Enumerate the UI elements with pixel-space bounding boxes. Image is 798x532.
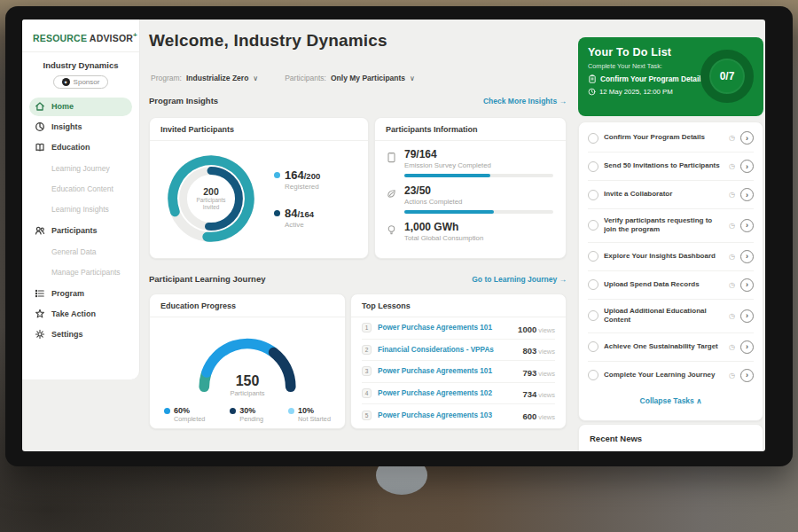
sidebar-item-insights[interactable]: Insights (29, 118, 132, 137)
progress-track (404, 210, 553, 214)
logo-advisor: ADVISOR (90, 33, 133, 43)
task-row-complete-learning-journey: Complete Your Learning Journey ◷ › (588, 362, 754, 389)
chevron-down-icon: ∨ (253, 74, 258, 82)
arrow-right-icon: → (559, 275, 567, 284)
sidebar-item-program[interactable]: Program (29, 285, 132, 303)
task-chevron-button[interactable]: › (740, 309, 754, 323)
app-logo: RESOURCE ADVISOR+ (22, 20, 139, 52)
sidebar-item-label: Take Action (51, 309, 96, 318)
task-checkbox[interactable] (588, 190, 598, 200)
clock-icon: ◷ (729, 372, 735, 379)
task-checkbox[interactable] (588, 279, 598, 290)
stat-row-actions: 23/50 Actions Completed (375, 177, 566, 214)
page-title: Welcome, Industry Dynamics (149, 31, 387, 51)
stat-row-emission-survey: 79/164 Emission Survey Completed (375, 141, 566, 177)
todo-list-card: Confirm Your Program Details ◷ › Send 50… (578, 121, 763, 421)
task-chevron-button[interactable]: › (740, 219, 754, 232)
top-lessons-card: Top Lessons 1 Power Purchase Agreements … (350, 293, 567, 429)
task-checkbox[interactable] (588, 161, 598, 172)
task-chevron-button[interactable]: › (740, 160, 754, 173)
lesson-rank: 5 (362, 411, 372, 420)
lesson-rank: 2 (362, 345, 372, 355)
filter-label: Program: (151, 74, 182, 82)
sidebar-item-general-data[interactable]: General Data (22, 242, 139, 262)
legend-item-active: 84/164 Active (274, 207, 320, 229)
home-icon (35, 101, 45, 112)
clock-icon: ◷ (729, 162, 735, 170)
card-title: Top Lessons (351, 294, 566, 317)
logo-plus: + (133, 31, 137, 39)
lesson-link[interactable]: Power Purchase Agreements 101 (378, 324, 512, 332)
participants-information-card: Participants Information 79/164 Emission… (374, 117, 567, 259)
sidebar-item-education-content[interactable]: Education Content (22, 179, 139, 200)
task-chevron-button[interactable]: › (740, 188, 754, 201)
task-chevron-button[interactable]: › (740, 369, 754, 382)
program-filter[interactable]: Program: Industrialize Zero ∨ (151, 74, 258, 82)
lesson-row: 2 Financial Considerations - VPPAs 803vi… (362, 340, 555, 362)
clock-icon: ◷ (729, 253, 735, 261)
insights-icon (35, 121, 45, 132)
task-checkbox[interactable] (588, 220, 598, 231)
sidebar-item-learning-journey[interactable]: Learning Journey (22, 159, 139, 179)
sidebar-item-manage-participants[interactable]: Manage Participants (22, 262, 139, 283)
lesson-link[interactable]: Power Purchase Agreements 103 (378, 411, 516, 419)
task-row-upload-educational-content: Upload Additional Educational Content ◷ … (588, 300, 754, 333)
sidebar-item-learning-insights[interactable]: Learning Insights (22, 200, 139, 220)
task-chevron-button[interactable]: › (740, 278, 754, 292)
go-to-learning-journey-link[interactable]: Go to Learning Journey → (472, 275, 567, 284)
sponsor-badge: ✦ Sponsor (53, 75, 109, 89)
task-chevron-button[interactable]: › (740, 250, 754, 263)
sidebar-item-label: Home (51, 102, 74, 111)
task-row-explore-insights: Explore Your Insights Dashboard ◷ › (588, 243, 754, 271)
gauge-center: 150 Participants (181, 373, 314, 397)
collapse-tasks-link[interactable]: Collapse Tasks ∧ (588, 389, 754, 409)
lesson-link[interactable]: Power Purchase Agreements 102 (378, 389, 516, 397)
section-title: Participant Learning Journey (149, 274, 265, 284)
lesson-link[interactable]: Financial Considerations - VPPAs (378, 346, 516, 354)
donut-legend: 164/200 Registered 84/164 Active (274, 168, 320, 229)
legend-item-registered: 164/200 Registered (274, 168, 320, 191)
survey-icon (386, 152, 397, 163)
lesson-link[interactable]: Power Purchase Agreements 101 (378, 367, 516, 375)
task-checkbox[interactable] (588, 370, 598, 380)
sidebar-item-settings[interactable]: Settings (29, 325, 132, 344)
legend-item-pending: 30%Pending (230, 406, 263, 423)
task-checkbox[interactable] (588, 251, 598, 262)
donut-center: 200 ParticipantsInvited (159, 146, 263, 251)
chevron-up-icon: ∧ (696, 396, 701, 405)
lesson-row: 1 Power Purchase Agreements 101 1000view… (362, 317, 555, 340)
clock-icon: ◷ (729, 312, 735, 320)
sidebar-item-label: Insights (51, 122, 82, 131)
task-checkbox[interactable] (588, 133, 598, 144)
task-checkbox[interactable] (588, 341, 598, 352)
logo-resource: RESOURCE (33, 33, 87, 43)
lesson-views: 1000 (518, 325, 536, 334)
recent-news-card: Recent News (578, 424, 763, 451)
participants-icon (35, 225, 45, 236)
progress-fill (404, 210, 494, 214)
consumption-icon (386, 224, 397, 236)
legend-dot (288, 408, 294, 414)
sidebar-item-label: Learning Journey (51, 164, 110, 173)
lesson-views: 734 (522, 389, 536, 399)
lesson-row: 3 Power Purchase Agreements 101 793views (362, 361, 555, 383)
lesson-rank: 4 (362, 388, 372, 398)
lesson-views: 600 (522, 411, 536, 421)
task-chevron-button[interactable]: › (740, 131, 754, 145)
sidebar-item-participants[interactable]: Participants (29, 222, 132, 240)
task-row-invite-collaborator: Invite a Collaborator ◷ › (588, 181, 754, 209)
task-row-upload-spend-data: Upload Spend Data Records ◷ › (588, 271, 754, 300)
sidebar-item-education[interactable]: Education (29, 138, 132, 157)
program-icon (35, 288, 45, 299)
task-checkbox[interactable] (588, 310, 598, 321)
sidebar-item-home[interactable]: Home (29, 98, 132, 116)
legend-dot (230, 408, 236, 414)
task-chevron-button[interactable]: › (740, 340, 754, 354)
participants-filter[interactable]: Participants: Only My Participants ∨ (285, 74, 415, 82)
recent-news-title: Recent News (579, 425, 763, 451)
check-more-insights-link[interactable]: Check More Insights → (483, 97, 567, 106)
sidebar-item-take-action[interactable]: Take Action (29, 305, 132, 324)
progress-fill (404, 174, 490, 177)
program-insights-header: Program Insights Check More Insights → (149, 96, 567, 106)
card-title: Participants Information (375, 118, 566, 141)
